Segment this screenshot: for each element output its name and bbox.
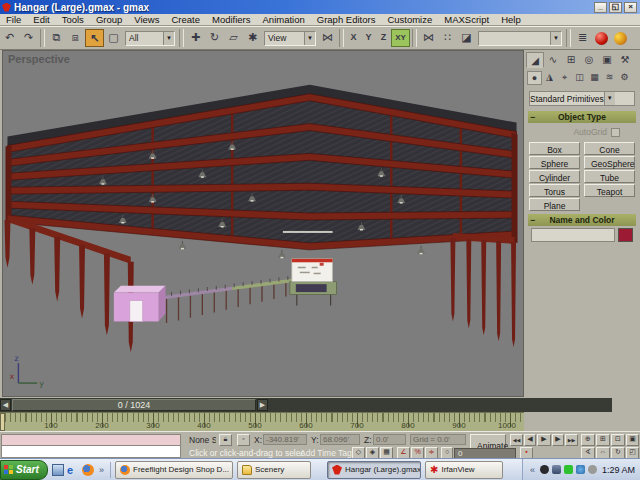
maxscript-listener-white[interactable] bbox=[1, 445, 181, 458]
dropdown-arrow-icon[interactable]: ▼ bbox=[604, 92, 615, 105]
time-slider-handle[interactable]: 0 / 1024 bbox=[12, 399, 256, 411]
box-button[interactable]: Box bbox=[529, 142, 580, 155]
task-irfanview[interactable]: ✱ IrfanView bbox=[425, 461, 503, 479]
perspective-viewport[interactable]: z y x Perspective bbox=[2, 50, 524, 397]
next-frame-icon[interactable]: ▶ bbox=[552, 434, 564, 446]
go-to-end-icon[interactable]: ▶▶ bbox=[565, 434, 578, 446]
object-type-rollout[interactable]: − Object Type bbox=[528, 111, 636, 123]
reference-coordinate-dropdown[interactable]: View ▼ bbox=[264, 31, 316, 46]
snap-toggle-icon[interactable] bbox=[243, 29, 262, 47]
motion-tab-icon[interactable]: ◎ bbox=[580, 52, 598, 68]
hangar-right-columns[interactable] bbox=[450, 233, 516, 347]
interior-light-strip[interactable] bbox=[283, 231, 333, 233]
viewport-label[interactable]: Perspective bbox=[8, 53, 70, 65]
pink-building[interactable] bbox=[114, 286, 166, 322]
menu-maxscript[interactable]: MAXScript bbox=[438, 14, 495, 25]
render-icon[interactable] bbox=[614, 32, 627, 45]
collapse-icon[interactable]: − bbox=[528, 112, 538, 122]
cameras-icon[interactable]: ◫ bbox=[572, 71, 587, 85]
spacewarps-icon[interactable]: ≋ bbox=[602, 71, 617, 85]
zoom-icon[interactable]: ⊕ bbox=[581, 434, 595, 446]
next-frame-icon[interactable]: ▶ bbox=[257, 399, 268, 411]
create-tab-icon[interactable]: ◢ bbox=[526, 52, 544, 68]
tray-network-icon[interactable] bbox=[564, 465, 573, 474]
minimize-button[interactable]: _ bbox=[594, 2, 607, 13]
object-color-swatch[interactable] bbox=[618, 228, 633, 242]
modify-tab-icon[interactable]: ∿ bbox=[544, 52, 562, 68]
internet-explorer-icon[interactable]: e bbox=[67, 464, 79, 476]
previous-frame-icon[interactable]: ◀ bbox=[524, 434, 536, 446]
restore-button[interactable]: ◱ bbox=[609, 2, 622, 13]
prev-frame-icon[interactable]: ◀ bbox=[0, 399, 11, 411]
shapes-icon[interactable]: ◮ bbox=[542, 71, 557, 85]
restrict-plane-button[interactable]: XY bbox=[391, 29, 410, 47]
menu-help[interactable]: Help bbox=[495, 14, 527, 25]
menu-tools[interactable]: Tools bbox=[56, 14, 90, 25]
x-coordinate-field[interactable]: -340.819' bbox=[263, 434, 307, 445]
cone-button[interactable]: Cone bbox=[584, 142, 635, 155]
task-scenery[interactable]: Scenery bbox=[237, 461, 311, 479]
geosphere-button[interactable]: GeoSphere bbox=[584, 156, 635, 169]
display-tab-icon[interactable]: ▣ bbox=[598, 52, 616, 68]
restrict-x-button[interactable]: X bbox=[346, 30, 361, 46]
autogrid-checkbox[interactable] bbox=[611, 128, 620, 137]
collapse-icon[interactable]: − bbox=[528, 215, 538, 225]
absolute-mode-icon[interactable]: ▫ bbox=[237, 434, 250, 446]
array-icon[interactable] bbox=[438, 29, 457, 47]
catwalk[interactable] bbox=[159, 276, 292, 323]
menu-file[interactable]: File bbox=[0, 14, 27, 25]
menu-edit[interactable]: Edit bbox=[27, 14, 55, 25]
select-and-move-icon[interactable] bbox=[186, 29, 205, 47]
selection-filter-dropdown[interactable]: All ▼ bbox=[125, 31, 175, 46]
start-button[interactable]: Start bbox=[0, 460, 48, 480]
tray-display-icon[interactable] bbox=[552, 465, 561, 474]
helpers-icon[interactable]: ▦ bbox=[587, 71, 602, 85]
menu-graph-editors[interactable]: Graph Editors bbox=[311, 14, 382, 25]
play-icon[interactable]: ▶ bbox=[537, 434, 551, 446]
add-time-tag[interactable]: Add Time Tag bbox=[300, 448, 352, 458]
z-coordinate-field[interactable]: 0.0' bbox=[373, 434, 406, 445]
title-bar[interactable]: Hangar (Large).gmax - gmax _ ◱ × bbox=[0, 0, 640, 14]
primitive-category-dropdown[interactable]: Standard Primitives ▼ bbox=[529, 91, 635, 106]
tray-chevron-icon[interactable]: « bbox=[528, 465, 537, 475]
show-desktop-icon[interactable] bbox=[52, 464, 64, 476]
firefox-icon[interactable] bbox=[82, 464, 94, 476]
material-editor-icon[interactable] bbox=[595, 32, 608, 45]
sphere-button[interactable]: Sphere bbox=[529, 156, 580, 169]
tray-app-icon[interactable] bbox=[540, 465, 549, 474]
go-to-start-icon[interactable]: ◀◀ bbox=[510, 434, 523, 446]
utilities-tab-icon[interactable]: ⚒ bbox=[616, 52, 634, 68]
tube-button[interactable]: Tube bbox=[584, 170, 635, 183]
menu-views[interactable]: Views bbox=[128, 14, 165, 25]
teapot-button[interactable]: Teapot bbox=[584, 184, 635, 197]
redo-icon[interactable] bbox=[19, 29, 38, 47]
dropdown-arrow-icon[interactable]: ▼ bbox=[550, 32, 561, 45]
systems-icon[interactable]: ⚙ bbox=[617, 71, 632, 85]
menu-create[interactable]: Create bbox=[165, 14, 206, 25]
tray-globe-icon[interactable] bbox=[576, 465, 585, 474]
dropdown-arrow-icon[interactable]: ▼ bbox=[304, 32, 315, 45]
hangar-right-edge[interactable] bbox=[512, 133, 518, 243]
task-hangar-gmax[interactable]: Hangar (Large).gmax... bbox=[327, 461, 421, 479]
mirror-icon[interactable] bbox=[419, 29, 438, 47]
plane-button[interactable]: Plane bbox=[529, 198, 580, 211]
close-button[interactable]: × bbox=[624, 2, 637, 13]
overflow-chevron-icon[interactable]: » bbox=[97, 465, 106, 475]
track-view-icon[interactable] bbox=[573, 29, 592, 47]
named-selection-dropdown[interactable]: ▼ bbox=[478, 31, 562, 46]
tray-settings-icon[interactable] bbox=[588, 465, 597, 474]
selection-lock-icon[interactable]: 🔒︎ bbox=[219, 434, 232, 446]
hangar-left-columns[interactable] bbox=[4, 215, 133, 352]
unlink-selection-icon[interactable] bbox=[66, 29, 85, 47]
hangar-left-edge[interactable] bbox=[5, 145, 11, 222]
undo-icon[interactable] bbox=[0, 29, 19, 47]
cylinder-button[interactable]: Cylinder bbox=[529, 170, 580, 183]
name-color-rollout[interactable]: − Name and Color bbox=[528, 214, 636, 226]
menu-group[interactable]: Group bbox=[90, 14, 128, 25]
torus-button[interactable]: Torus bbox=[529, 184, 580, 197]
task-freeflight[interactable]: Freeflight Design Shop D... bbox=[115, 461, 233, 479]
zoom-extents-icon[interactable]: ⊡ bbox=[611, 434, 625, 446]
menu-animation[interactable]: Animation bbox=[257, 14, 311, 25]
y-coordinate-field[interactable]: 68.096' bbox=[320, 434, 360, 445]
restrict-z-button[interactable]: Z bbox=[376, 30, 391, 46]
